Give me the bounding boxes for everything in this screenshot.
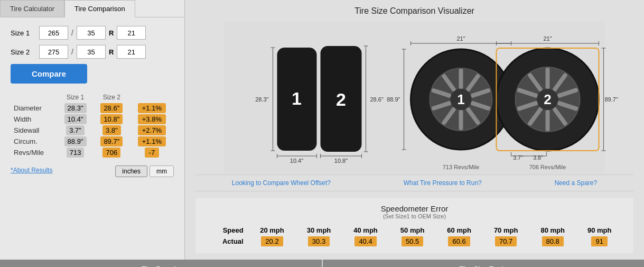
row-label: Width [11,114,57,125]
speed-col-90: 90 mph [576,225,623,236]
left-content: Size 1 / R Size 2 / R Compare [0,17,184,186]
r-label2: R [109,48,114,56]
table-row: Revs/Mile 713 706 -7 [11,147,174,158]
unit-inches-btn[interactable]: inches [115,165,147,177]
col-header-s1: Size 1 [57,92,94,103]
actual-70: 70.7 [482,236,529,247]
visualizer-container: 1 2 28.3" 28.6" 10.4" [195,21,633,174]
speed-table: Speed 20 mph 30 mph 40 mph 50 mph 60 mph… [206,225,623,247]
svg-text:1: 1 [457,91,464,107]
comp-links: Looking to Compare Wheel Offset? What Ti… [195,174,633,191]
svg-text:21": 21" [543,35,552,42]
visualizer-title: Tire Size Comparison Visualizer [195,6,633,16]
col-header-diff [130,92,174,103]
r-label1: R [109,29,114,37]
speed-col-80: 80 mph [529,225,576,236]
size2-width-input[interactable] [39,45,68,59]
row-label: Diameter [11,103,57,114]
row-s2: 3.8" [94,125,130,136]
speedometer-section: Speedometer Error (Set Size1 to OEM Size… [195,198,633,253]
svg-text:3.8": 3.8" [533,154,543,161]
svg-text:2: 2 [544,91,551,107]
about-results-link[interactable]: *About Results [11,167,52,174]
slash2: / [71,48,73,56]
svg-text:713 Revs/Mile: 713 Revs/Mile [443,164,480,170]
col-header-label [11,92,57,103]
size2-ratio-input[interactable] [77,45,106,59]
spare-link[interactable]: Need a Spare? [554,179,597,187]
bottom-tab-tire-size-tools[interactable]: Tire Size Tools [323,260,645,267]
tab-tire-calculator[interactable]: Tire Calculator [0,0,64,17]
svg-rect-25 [459,69,463,89]
tab-bar: Tire Calculator Tire Comparison [0,0,184,17]
svg-text:2: 2 [336,89,346,109]
svg-text:88.9": 88.9" [387,96,400,103]
bottom-tab-tire-brands[interactable]: Tire Brands [0,260,322,267]
tab-tire-comparison[interactable]: Tire Comparison [64,0,135,17]
size1-label: Size 1 [11,29,36,37]
svg-text:21": 21" [456,35,465,42]
row-s1: 28.3" [57,103,94,114]
svg-text:28.6": 28.6" [370,96,384,103]
wheel-offset-link[interactable]: Looking to Compare Wheel Offset? [232,179,331,187]
actual-90: 91 [576,236,623,247]
actual-20: 20.2 [249,236,296,247]
size1-ratio-input[interactable] [77,26,106,40]
visualizer-svg: 1 2 28.3" 28.6" 10.4" [195,21,633,174]
speed-col-50: 50 mph [389,225,436,236]
speed-col-30: 30 mph [295,225,342,236]
row-label: Revs/Mile [11,147,57,158]
speed-actual-row: Actual 20.2 30.3 40.4 50.5 60.6 70.7 80.… [206,236,623,247]
table-row: Sidewall 3.7" 3.8" +2.7% [11,125,174,136]
speed-col-40: 40 mph [342,225,389,236]
size2-rim-input[interactable] [117,45,146,59]
compare-button[interactable]: Compare [11,64,87,84]
row-diff: +1.1% [130,136,174,147]
actual-60: 60.6 [436,236,483,247]
svg-rect-46 [546,110,550,131]
svg-text:28.3": 28.3" [255,96,268,103]
row-label: Sidewall [11,125,57,136]
results-table: Size 1 Size 2 Diameter 28.3" 28.6" +1.1%… [11,92,174,158]
bottom-tabs: Tire Brands Tire Size Tools [0,260,644,267]
speed-subtitle: (Set Size1 to OEM Size) [206,213,623,219]
speed-col-60: 60 mph [436,225,483,236]
svg-text:1: 1 [292,88,302,108]
actual-30: 30.3 [295,236,342,247]
svg-text:89.7": 89.7" [605,96,618,103]
right-panel: Tire Size Comparison Visualizer 1 2 [185,0,644,260]
row-diff: +3.8% [130,114,174,125]
row-s1: 88.9" [57,136,94,147]
svg-text:10.8": 10.8" [334,158,348,164]
tire-pressure-link[interactable]: What Tire Pressure to Run? [404,179,482,187]
size2-label: Size 2 [11,48,36,56]
actual-80: 80.8 [529,236,576,247]
actual-label: Actual [206,236,249,247]
col-header-s2: Size 2 [94,92,130,103]
row-s2: 706 [94,147,130,158]
left-panel: Tire Calculator Tire Comparison Size 1 /… [0,0,185,260]
unit-mm-btn[interactable]: mm [150,165,174,177]
actual-40: 40.4 [342,236,389,247]
actual-50: 50.5 [389,236,436,247]
speed-col-label: Speed [206,225,249,236]
slash1: / [71,29,73,37]
svg-rect-30 [459,110,463,130]
row-s1: 713 [57,147,94,158]
row-s2: 10.8" [94,114,130,125]
speed-col-20: 20 mph [249,225,296,236]
table-row: Circum. 88.9" 89.7" +1.1% [11,136,174,147]
row-label: Circum. [11,136,57,147]
unit-toggle: inches mm [115,165,174,177]
row-s1: 3.7" [57,125,94,136]
row-s1: 10.4" [57,114,94,125]
svg-text:3.7": 3.7" [513,154,523,161]
size1-rim-input[interactable] [117,26,146,40]
svg-text:10.4": 10.4" [290,158,303,164]
row-diff: +2.7% [130,125,174,136]
svg-text:706 Revs/Mile: 706 Revs/Mile [529,164,566,170]
table-row: Diameter 28.3" 28.6" +1.1% [11,103,174,114]
speed-title: Speedometer Error [206,204,623,213]
size1-width-input[interactable] [39,26,68,40]
size1-row: Size 1 / R [11,26,174,40]
